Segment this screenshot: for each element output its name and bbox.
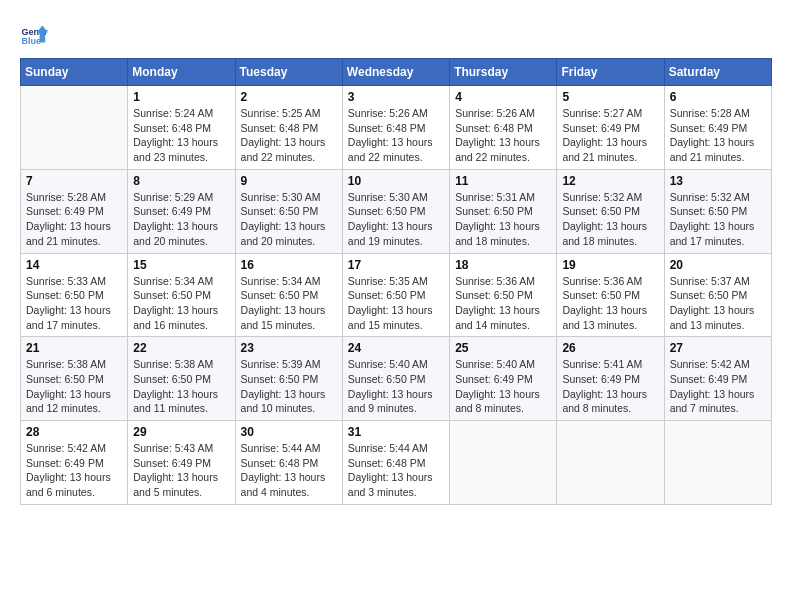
day-detail: Sunrise: 5:28 AM Sunset: 6:49 PM Dayligh… [670, 106, 766, 165]
calendar-cell: 21 Sunrise: 5:38 AM Sunset: 6:50 PM Dayl… [21, 337, 128, 421]
day-number: 19 [562, 258, 658, 272]
calendar-cell: 20 Sunrise: 5:37 AM Sunset: 6:50 PM Dayl… [664, 253, 771, 337]
day-detail: Sunrise: 5:31 AM Sunset: 6:50 PM Dayligh… [455, 190, 551, 249]
day-detail: Sunrise: 5:32 AM Sunset: 6:50 PM Dayligh… [670, 190, 766, 249]
day-detail: Sunrise: 5:40 AM Sunset: 6:50 PM Dayligh… [348, 357, 444, 416]
weekday-header: Sunday [21, 59, 128, 86]
day-number: 6 [670, 90, 766, 104]
day-number: 1 [133, 90, 229, 104]
weekday-header: Thursday [450, 59, 557, 86]
day-detail: Sunrise: 5:44 AM Sunset: 6:48 PM Dayligh… [241, 441, 337, 500]
calendar-cell: 10 Sunrise: 5:30 AM Sunset: 6:50 PM Dayl… [342, 169, 449, 253]
day-detail: Sunrise: 5:34 AM Sunset: 6:50 PM Dayligh… [133, 274, 229, 333]
day-detail: Sunrise: 5:25 AM Sunset: 6:48 PM Dayligh… [241, 106, 337, 165]
calendar-cell: 17 Sunrise: 5:35 AM Sunset: 6:50 PM Dayl… [342, 253, 449, 337]
calendar-cell [664, 421, 771, 505]
calendar-cell: 4 Sunrise: 5:26 AM Sunset: 6:48 PM Dayli… [450, 86, 557, 170]
day-detail: Sunrise: 5:38 AM Sunset: 6:50 PM Dayligh… [26, 357, 122, 416]
weekday-header-row: SundayMondayTuesdayWednesdayThursdayFrid… [21, 59, 772, 86]
day-detail: Sunrise: 5:26 AM Sunset: 6:48 PM Dayligh… [455, 106, 551, 165]
logo-icon: General Blue [20, 20, 48, 48]
svg-text:Blue: Blue [21, 36, 41, 46]
calendar-cell: 9 Sunrise: 5:30 AM Sunset: 6:50 PM Dayli… [235, 169, 342, 253]
calendar-week-row: 28 Sunrise: 5:42 AM Sunset: 6:49 PM Dayl… [21, 421, 772, 505]
day-number: 18 [455, 258, 551, 272]
day-number: 31 [348, 425, 444, 439]
weekday-header: Saturday [664, 59, 771, 86]
calendar-week-row: 1 Sunrise: 5:24 AM Sunset: 6:48 PM Dayli… [21, 86, 772, 170]
calendar-cell: 25 Sunrise: 5:40 AM Sunset: 6:49 PM Dayl… [450, 337, 557, 421]
day-number: 27 [670, 341, 766, 355]
calendar-table: SundayMondayTuesdayWednesdayThursdayFrid… [20, 58, 772, 505]
day-number: 13 [670, 174, 766, 188]
day-number: 20 [670, 258, 766, 272]
calendar-cell: 23 Sunrise: 5:39 AM Sunset: 6:50 PM Dayl… [235, 337, 342, 421]
day-detail: Sunrise: 5:30 AM Sunset: 6:50 PM Dayligh… [348, 190, 444, 249]
day-number: 26 [562, 341, 658, 355]
day-detail: Sunrise: 5:28 AM Sunset: 6:49 PM Dayligh… [26, 190, 122, 249]
calendar-cell: 5 Sunrise: 5:27 AM Sunset: 6:49 PM Dayli… [557, 86, 664, 170]
day-number: 28 [26, 425, 122, 439]
weekday-header: Tuesday [235, 59, 342, 86]
day-number: 11 [455, 174, 551, 188]
calendar-cell: 19 Sunrise: 5:36 AM Sunset: 6:50 PM Dayl… [557, 253, 664, 337]
calendar-week-row: 21 Sunrise: 5:38 AM Sunset: 6:50 PM Dayl… [21, 337, 772, 421]
day-detail: Sunrise: 5:36 AM Sunset: 6:50 PM Dayligh… [562, 274, 658, 333]
calendar-cell: 28 Sunrise: 5:42 AM Sunset: 6:49 PM Dayl… [21, 421, 128, 505]
day-detail: Sunrise: 5:26 AM Sunset: 6:48 PM Dayligh… [348, 106, 444, 165]
calendar-week-row: 14 Sunrise: 5:33 AM Sunset: 6:50 PM Dayl… [21, 253, 772, 337]
calendar-cell: 11 Sunrise: 5:31 AM Sunset: 6:50 PM Dayl… [450, 169, 557, 253]
calendar-cell: 30 Sunrise: 5:44 AM Sunset: 6:48 PM Dayl… [235, 421, 342, 505]
day-detail: Sunrise: 5:42 AM Sunset: 6:49 PM Dayligh… [670, 357, 766, 416]
day-detail: Sunrise: 5:37 AM Sunset: 6:50 PM Dayligh… [670, 274, 766, 333]
page-header: General Blue [20, 20, 772, 48]
day-detail: Sunrise: 5:27 AM Sunset: 6:49 PM Dayligh… [562, 106, 658, 165]
day-number: 29 [133, 425, 229, 439]
day-detail: Sunrise: 5:38 AM Sunset: 6:50 PM Dayligh… [133, 357, 229, 416]
day-detail: Sunrise: 5:44 AM Sunset: 6:48 PM Dayligh… [348, 441, 444, 500]
day-detail: Sunrise: 5:24 AM Sunset: 6:48 PM Dayligh… [133, 106, 229, 165]
day-number: 5 [562, 90, 658, 104]
weekday-header: Friday [557, 59, 664, 86]
calendar-cell: 22 Sunrise: 5:38 AM Sunset: 6:50 PM Dayl… [128, 337, 235, 421]
day-number: 22 [133, 341, 229, 355]
day-number: 7 [26, 174, 122, 188]
calendar-cell [450, 421, 557, 505]
calendar-cell: 1 Sunrise: 5:24 AM Sunset: 6:48 PM Dayli… [128, 86, 235, 170]
calendar-cell: 7 Sunrise: 5:28 AM Sunset: 6:49 PM Dayli… [21, 169, 128, 253]
day-detail: Sunrise: 5:30 AM Sunset: 6:50 PM Dayligh… [241, 190, 337, 249]
calendar-cell: 3 Sunrise: 5:26 AM Sunset: 6:48 PM Dayli… [342, 86, 449, 170]
day-number: 15 [133, 258, 229, 272]
calendar-cell: 12 Sunrise: 5:32 AM Sunset: 6:50 PM Dayl… [557, 169, 664, 253]
day-detail: Sunrise: 5:33 AM Sunset: 6:50 PM Dayligh… [26, 274, 122, 333]
calendar-cell: 13 Sunrise: 5:32 AM Sunset: 6:50 PM Dayl… [664, 169, 771, 253]
calendar-cell: 29 Sunrise: 5:43 AM Sunset: 6:49 PM Dayl… [128, 421, 235, 505]
calendar-cell: 2 Sunrise: 5:25 AM Sunset: 6:48 PM Dayli… [235, 86, 342, 170]
day-detail: Sunrise: 5:41 AM Sunset: 6:49 PM Dayligh… [562, 357, 658, 416]
day-detail: Sunrise: 5:43 AM Sunset: 6:49 PM Dayligh… [133, 441, 229, 500]
day-number: 9 [241, 174, 337, 188]
calendar-cell: 26 Sunrise: 5:41 AM Sunset: 6:49 PM Dayl… [557, 337, 664, 421]
day-number: 14 [26, 258, 122, 272]
calendar-cell: 27 Sunrise: 5:42 AM Sunset: 6:49 PM Dayl… [664, 337, 771, 421]
calendar-cell: 31 Sunrise: 5:44 AM Sunset: 6:48 PM Dayl… [342, 421, 449, 505]
day-number: 23 [241, 341, 337, 355]
day-number: 24 [348, 341, 444, 355]
day-detail: Sunrise: 5:32 AM Sunset: 6:50 PM Dayligh… [562, 190, 658, 249]
day-detail: Sunrise: 5:39 AM Sunset: 6:50 PM Dayligh… [241, 357, 337, 416]
day-number: 21 [26, 341, 122, 355]
day-detail: Sunrise: 5:36 AM Sunset: 6:50 PM Dayligh… [455, 274, 551, 333]
day-detail: Sunrise: 5:40 AM Sunset: 6:49 PM Dayligh… [455, 357, 551, 416]
day-number: 17 [348, 258, 444, 272]
day-number: 4 [455, 90, 551, 104]
day-detail: Sunrise: 5:35 AM Sunset: 6:50 PM Dayligh… [348, 274, 444, 333]
calendar-cell: 18 Sunrise: 5:36 AM Sunset: 6:50 PM Dayl… [450, 253, 557, 337]
weekday-header: Wednesday [342, 59, 449, 86]
calendar-cell: 14 Sunrise: 5:33 AM Sunset: 6:50 PM Dayl… [21, 253, 128, 337]
day-number: 8 [133, 174, 229, 188]
weekday-header: Monday [128, 59, 235, 86]
day-number: 16 [241, 258, 337, 272]
calendar-cell: 6 Sunrise: 5:28 AM Sunset: 6:49 PM Dayli… [664, 86, 771, 170]
calendar-cell [21, 86, 128, 170]
calendar-cell: 8 Sunrise: 5:29 AM Sunset: 6:49 PM Dayli… [128, 169, 235, 253]
